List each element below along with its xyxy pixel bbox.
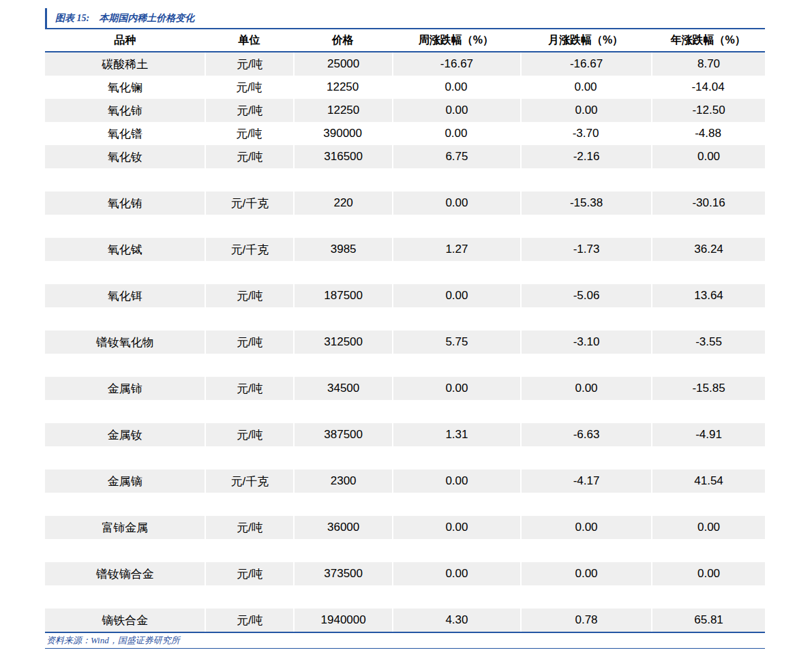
figure-title: 本期国内稀土价格变化 bbox=[99, 12, 194, 25]
month-change-cell: 0.00 bbox=[520, 76, 651, 99]
spacer-row bbox=[45, 539, 765, 562]
year-change-cell: 36.24 bbox=[651, 238, 765, 261]
variety-cell: 镨钕镝合金 bbox=[45, 562, 205, 585]
spacer-row bbox=[45, 261, 765, 284]
table-row: 金属镝元/千克23000.00-4.1741.54 bbox=[45, 470, 765, 493]
month-change-cell: -15.38 bbox=[520, 191, 651, 215]
year-change-cell: -14.04 bbox=[651, 76, 765, 99]
week-change-cell: 0.00 bbox=[392, 562, 520, 585]
variety-cell: 氧化铽 bbox=[45, 238, 205, 261]
week-change-cell: 0.00 bbox=[392, 76, 520, 99]
week-change-cell: 0.00 bbox=[392, 122, 520, 145]
price-cell: 2300 bbox=[293, 470, 392, 493]
table-row: 氧化铽元/千克39851.27-1.7336.24 bbox=[45, 238, 765, 261]
variety-cell: 镨钕氧化物 bbox=[45, 330, 205, 354]
week-change-cell: 0.00 bbox=[392, 470, 520, 493]
year-change-cell: 13.64 bbox=[651, 284, 765, 307]
variety-cell: 碳酸稀土 bbox=[45, 52, 205, 76]
table-body: 碳酸稀土元/吨25000-16.67-16.678.70氧化镧元/吨122500… bbox=[45, 52, 765, 632]
spacer-row bbox=[45, 493, 765, 516]
month-change-cell: -1.73 bbox=[520, 238, 651, 261]
table-row: 镨钕镝合金元/吨3735000.000.000.00 bbox=[45, 562, 765, 585]
column-header-variety: 品种 bbox=[45, 29, 205, 51]
table-row: 氧化镨元/吨3900000.00-3.70-4.88 bbox=[45, 122, 765, 145]
unit-cell: 元/吨 bbox=[205, 122, 293, 145]
table-row: 镝铁合金元/吨19400004.300.7865.81 bbox=[45, 609, 765, 632]
column-header-month-change: 月涨跌幅（%） bbox=[520, 29, 651, 51]
figure-label: 图表 15: bbox=[55, 12, 89, 25]
spacer-row bbox=[45, 215, 765, 238]
year-change-cell: -30.16 bbox=[651, 191, 765, 215]
month-change-cell: -4.17 bbox=[520, 470, 651, 493]
year-change-cell: -3.55 bbox=[651, 330, 765, 354]
unit-cell: 元/吨 bbox=[205, 609, 293, 632]
year-change-cell: 0.00 bbox=[651, 516, 765, 539]
unit-cell: 元/吨 bbox=[205, 562, 293, 585]
week-change-cell: 0.00 bbox=[392, 99, 520, 122]
week-change-cell: 6.75 bbox=[392, 145, 520, 168]
price-cell: 12250 bbox=[293, 99, 392, 122]
spacer-row bbox=[45, 400, 765, 423]
variety-cell: 氧化钕 bbox=[45, 145, 205, 168]
variety-cell: 富铈金属 bbox=[45, 516, 205, 539]
spacer-row bbox=[45, 168, 765, 191]
variety-cell: 氧化镨 bbox=[45, 122, 205, 145]
source-row: 资料来源：Wind，国盛证券研究所 bbox=[45, 633, 765, 649]
unit-cell: 元/吨 bbox=[205, 52, 293, 76]
price-cell: 387500 bbox=[293, 423, 392, 446]
table-row: 金属钕元/吨3875001.31-6.63-4.91 bbox=[45, 423, 765, 446]
variety-cell: 金属钕 bbox=[45, 423, 205, 446]
price-cell: 12250 bbox=[293, 76, 392, 99]
unit-cell: 元/吨 bbox=[205, 284, 293, 307]
month-change-cell: 0.00 bbox=[520, 99, 651, 122]
variety-cell: 氧化铕 bbox=[45, 191, 205, 215]
price-cell: 34500 bbox=[293, 377, 392, 400]
price-cell: 25000 bbox=[293, 52, 392, 76]
column-header-price: 价格 bbox=[293, 29, 392, 51]
unit-cell: 元/吨 bbox=[205, 423, 293, 446]
week-change-cell: 0.00 bbox=[392, 191, 520, 215]
spacer-row bbox=[45, 585, 765, 609]
unit-cell: 元/吨 bbox=[205, 377, 293, 400]
month-change-cell: -3.10 bbox=[520, 330, 651, 354]
figure-title-bar: 图表 15: 本期国内稀土价格变化 bbox=[45, 8, 765, 29]
unit-cell: 元/千克 bbox=[205, 470, 293, 493]
week-change-cell: 1.31 bbox=[392, 423, 520, 446]
price-cell: 373500 bbox=[293, 562, 392, 585]
unit-cell: 元/吨 bbox=[205, 516, 293, 539]
table-row: 氧化铕元/千克2200.00-15.38-30.16 bbox=[45, 191, 765, 215]
column-header-year-change: 年涨跌幅（%） bbox=[651, 29, 765, 51]
unit-cell: 元/吨 bbox=[205, 330, 293, 354]
week-change-cell: 0.00 bbox=[392, 284, 520, 307]
table-row: 富铈金属元/吨360000.000.000.00 bbox=[45, 516, 765, 539]
month-change-cell: -16.67 bbox=[520, 52, 651, 76]
spacer-row bbox=[45, 354, 765, 377]
price-cell: 36000 bbox=[293, 516, 392, 539]
week-change-cell: 4.30 bbox=[392, 609, 520, 632]
table-row: 氧化钕元/吨3165006.75-2.160.00 bbox=[45, 145, 765, 168]
year-change-cell: -4.91 bbox=[651, 423, 765, 446]
price-cell: 220 bbox=[293, 191, 392, 215]
table-row: 碳酸稀土元/吨25000-16.67-16.678.70 bbox=[45, 52, 765, 76]
variety-cell: 金属镝 bbox=[45, 470, 205, 493]
year-change-cell: 0.00 bbox=[651, 145, 765, 168]
month-change-cell: 0.00 bbox=[520, 562, 651, 585]
report-figure-block: 图表 15: 本期国内稀土价格变化 品种 单位 价格 周涨跌幅（%） 月涨跌幅（… bbox=[45, 8, 765, 649]
price-cell: 312500 bbox=[293, 330, 392, 354]
table-row: 氧化镧元/吨122500.000.00-14.04 bbox=[45, 76, 765, 99]
year-change-cell: -4.88 bbox=[651, 122, 765, 145]
year-change-cell: -15.85 bbox=[651, 377, 765, 400]
spacer-row bbox=[45, 446, 765, 470]
variety-cell: 氧化铒 bbox=[45, 284, 205, 307]
table-row: 氧化铒元/吨1875000.00-5.0613.64 bbox=[45, 284, 765, 307]
year-change-cell: 8.70 bbox=[651, 52, 765, 76]
year-change-cell: 0.00 bbox=[651, 562, 765, 585]
week-change-cell: -16.67 bbox=[392, 52, 520, 76]
week-change-cell: 0.00 bbox=[392, 377, 520, 400]
week-change-cell: 5.75 bbox=[392, 330, 520, 354]
unit-cell: 元/千克 bbox=[205, 191, 293, 215]
variety-cell: 氧化铈 bbox=[45, 99, 205, 122]
month-change-cell: -2.16 bbox=[520, 145, 651, 168]
price-cell: 390000 bbox=[293, 122, 392, 145]
table-row: 镨钕氧化物元/吨3125005.75-3.10-3.55 bbox=[45, 330, 765, 354]
